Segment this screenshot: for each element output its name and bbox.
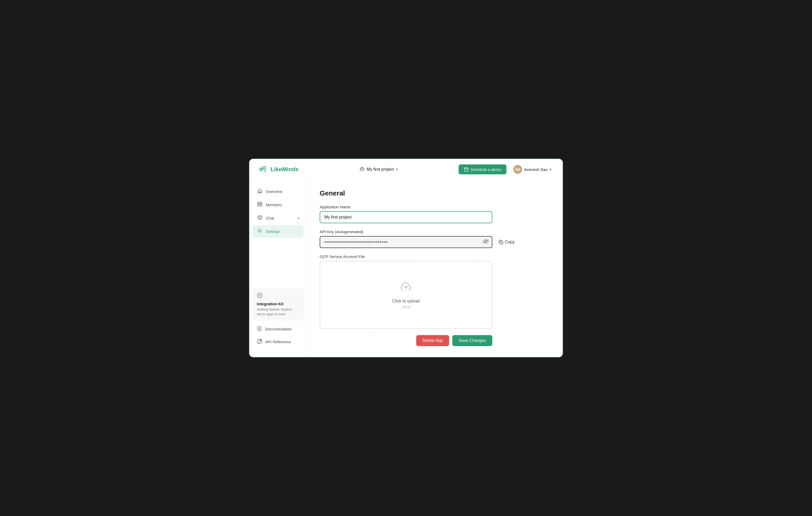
page-title: General: [320, 189, 550, 198]
gcp-group: GCP Service Account File Click to upload…: [320, 254, 550, 329]
sidebar: Overview Members Chat ▾: [250, 180, 307, 357]
svg-point-3: [260, 169, 262, 170]
home-icon: [257, 188, 263, 195]
chat-icon: [257, 215, 263, 221]
app-name-group: Application Name: [320, 205, 550, 223]
project-name: My first project: [367, 167, 394, 172]
api-key-label: API Key (Autogenerated): [320, 230, 550, 234]
integration-icon: [257, 293, 299, 300]
documentation-icon: [257, 326, 262, 332]
api-key-row: Copy: [320, 236, 550, 248]
sidebar-item-label: Chat: [266, 216, 274, 220]
sidebar-item-label: API Reference: [265, 339, 291, 344]
api-reference-icon: [257, 339, 262, 345]
briefcase-icon: [359, 166, 365, 173]
project-selector[interactable]: My first project ▾: [356, 165, 401, 174]
upload-subtext: JSON: [402, 305, 411, 309]
svg-point-14: [258, 203, 260, 204]
sidebar-item-label: Settings: [266, 229, 280, 234]
svg-rect-27: [500, 241, 503, 244]
logo-area: LikeMinds: [258, 164, 299, 175]
svg-point-15: [260, 203, 261, 204]
api-key-group: API Key (Autogenerated): [320, 230, 550, 248]
sidebar-item-label: Documentation: [265, 327, 292, 331]
integration-kit-card[interactable]: Integration Kit Getting started, explore…: [253, 288, 304, 321]
svg-rect-13: [258, 202, 262, 206]
integration-kit-title: Integration Kit: [257, 302, 299, 306]
members-icon: [257, 202, 263, 208]
content-area: General Application Name API Key (Autoge…: [307, 180, 562, 357]
user-name: Animesh Das: [524, 167, 548, 172]
logo-icon: [258, 164, 268, 175]
save-changes-button[interactable]: Save Changes: [452, 335, 492, 346]
app-container: LikeMinds My first project ▾ Schedule a …: [249, 159, 563, 357]
chevron-down-icon: ▾: [396, 167, 398, 172]
user-chevron-icon: ▾: [550, 167, 551, 172]
upload-text: Click to upload: [393, 299, 420, 303]
avatar: AD: [513, 165, 522, 174]
api-key-input[interactable]: [320, 236, 492, 248]
api-key-input-wrapper: [320, 236, 492, 248]
app-name-label: Application Name: [320, 205, 550, 209]
calendar-icon: [464, 167, 468, 172]
svg-point-17: [259, 216, 261, 218]
sidebar-item-label: Overview: [266, 189, 282, 194]
svg-point-5: [265, 171, 266, 172]
settings-icon: [257, 228, 263, 235]
svg-rect-12: [259, 192, 261, 193]
sidebar-item-label: Members: [266, 203, 282, 207]
sidebar-item-documentation[interactable]: Documentation: [253, 323, 304, 335]
sidebar-item-chat[interactable]: Chat ▾: [253, 212, 304, 224]
upload-icon: [400, 281, 412, 296]
expand-icon: ▾: [298, 216, 299, 220]
svg-point-4: [263, 167, 265, 169]
sidebar-item-settings[interactable]: Settings: [253, 225, 304, 238]
gcp-label: GCP Service Account File: [320, 254, 550, 259]
upload-area[interactable]: Click to upload JSON: [320, 261, 492, 329]
user-menu[interactable]: AD Animesh Das ▾: [511, 163, 554, 175]
nav-items: Overview Members Chat ▾: [250, 185, 307, 288]
header: LikeMinds My first project ▾ Schedule a …: [250, 159, 562, 180]
svg-point-16: [258, 215, 262, 219]
sidebar-item-overview[interactable]: Overview: [253, 185, 304, 198]
app-name-input[interactable]: [320, 211, 492, 223]
toggle-visibility-button[interactable]: [483, 239, 489, 245]
delete-app-button[interactable]: Delete App: [416, 335, 449, 346]
logo-text: LikeMinds: [270, 166, 299, 173]
copy-button[interactable]: Copy: [495, 238, 518, 246]
integration-kit-description: Getting started, explore demo apps & mor…: [257, 307, 299, 316]
header-right: Schedule a demo AD Animesh Das ▾: [459, 163, 554, 175]
svg-rect-8: [464, 168, 468, 171]
main-layout: Overview Members Chat ▾: [250, 180, 562, 357]
svg-rect-6: [360, 168, 364, 171]
copy-icon: [499, 240, 503, 244]
sidebar-item-members[interactable]: Members: [253, 199, 304, 211]
schedule-demo-button[interactable]: Schedule a demo: [459, 164, 506, 174]
actions-row: Delete App Save Changes: [320, 335, 492, 346]
sidebar-item-api-reference[interactable]: API Reference: [253, 336, 304, 348]
sidebar-bottom: Integration Kit Getting started, explore…: [250, 288, 307, 352]
svg-point-18: [259, 230, 261, 232]
